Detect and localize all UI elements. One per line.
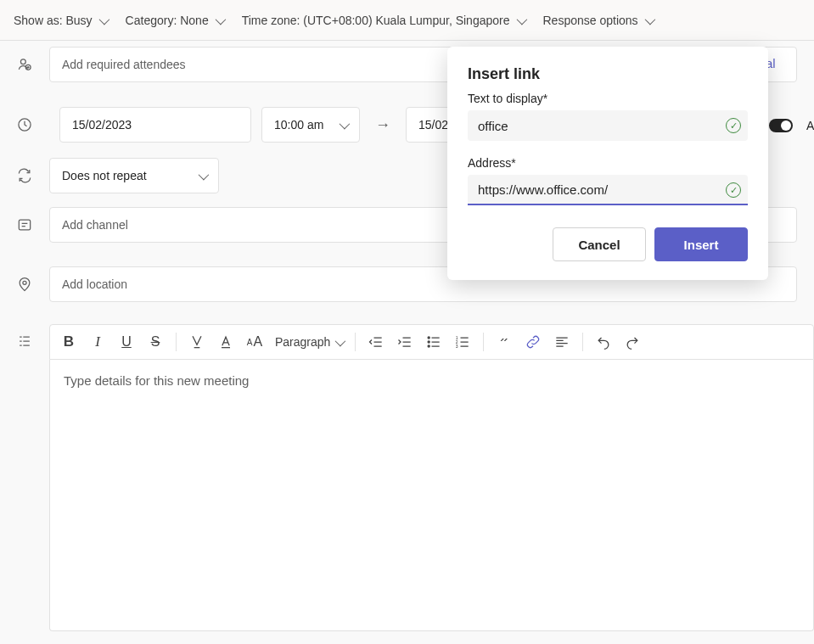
chevron-down-icon (645, 14, 653, 27)
show-as-dropdown[interactable]: Show as: Busy (14, 14, 107, 27)
undo-button[interactable] (590, 328, 617, 356)
editor-row: B I U S AA Paragraph (0, 324, 814, 631)
svg-point-7 (428, 345, 429, 347)
description-icon (16, 333, 33, 350)
all-day-toggle[interactable] (769, 119, 793, 132)
svg-rect-3 (19, 220, 30, 230)
editor-toolbar: B I U S AA Paragraph (49, 324, 814, 360)
meeting-details-editor[interactable]: Type details for this new meeting (49, 360, 814, 631)
attendees-placeholder: Add required attendees (62, 58, 186, 71)
paragraph-label: Paragraph (275, 335, 330, 349)
recurrence-value: Does not repeat (62, 169, 147, 182)
toolbar-separator (176, 333, 177, 351)
chevron-down-icon (517, 14, 525, 27)
timezone-dropdown[interactable]: Time zone: (UTC+08:00) Kuala Lumpur, Sin… (242, 14, 525, 27)
underline-button[interactable]: U (113, 328, 140, 356)
response-options-label: Response options (543, 14, 638, 27)
checkmark-icon: ✓ (726, 182, 741, 198)
svg-point-6 (428, 341, 429, 343)
channel-placeholder: Add channel (62, 218, 128, 232)
numbered-list-button[interactable]: 123 (449, 328, 476, 356)
chevron-down-icon (199, 169, 206, 182)
italic-button[interactable]: I (84, 328, 111, 356)
paragraph-style-dropdown[interactable]: Paragraph (270, 335, 348, 349)
svg-point-4 (23, 281, 26, 284)
chevron-down-icon (99, 14, 107, 27)
insert-label: Insert (684, 238, 719, 252)
text-to-display-label: Text to display* (468, 92, 748, 105)
toolbar-separator (483, 333, 484, 351)
chevron-down-icon (340, 118, 347, 132)
channel-icon (16, 216, 33, 233)
start-date-input[interactable]: 15/02/2023 (59, 107, 251, 143)
chevron-down-icon (216, 14, 223, 27)
category-dropdown[interactable]: Category: None (126, 14, 223, 27)
checkmark-icon: ✓ (726, 118, 741, 133)
recurrence-dropdown[interactable]: Does not repeat (49, 158, 219, 193)
toolbar-separator (582, 333, 583, 351)
clock-icon (16, 116, 33, 133)
toolbar-separator (355, 333, 356, 351)
svg-point-5 (428, 337, 429, 339)
editor-placeholder: Type details for this new meeting (64, 373, 249, 388)
text-to-display-input[interactable] (468, 110, 748, 141)
outdent-button[interactable] (362, 328, 390, 356)
person-add-icon (16, 56, 33, 73)
meeting-options-row: Show as: Busy Category: None Time zone: … (0, 0, 814, 41)
start-time-value: 10:00 am (274, 118, 323, 132)
category-label: Category: None (126, 14, 209, 27)
address-input[interactable] (468, 175, 748, 205)
indent-button[interactable] (391, 328, 418, 356)
highlight-button[interactable] (183, 328, 211, 356)
cancel-button[interactable]: Cancel (553, 227, 646, 261)
svg-text:3: 3 (456, 344, 458, 349)
location-placeholder: Add location (62, 277, 127, 291)
timezone-label: Time zone: (UTC+08:00) Kuala Lumpur, Sin… (242, 14, 510, 27)
bulleted-list-button[interactable] (420, 328, 447, 356)
popover-title: Insert link (468, 65, 748, 83)
insert-button[interactable]: Insert (654, 227, 748, 261)
address-label: Address* (468, 156, 748, 170)
cancel-label: Cancel (578, 238, 620, 252)
font-color-button[interactable] (212, 328, 239, 356)
svg-point-0 (20, 59, 25, 64)
all-day-label-fragment: A (806, 119, 814, 132)
font-size-button[interactable]: AA (241, 328, 268, 356)
repeat-icon (16, 167, 33, 184)
strikethrough-button[interactable]: S (142, 328, 169, 356)
chevron-down-icon (335, 335, 343, 349)
bold-button[interactable]: B (55, 328, 82, 356)
quote-button[interactable]: ״ (491, 328, 518, 356)
start-date-value: 15/02/2023 (72, 118, 132, 132)
align-button[interactable] (548, 328, 575, 356)
insert-link-popover: Insert link Text to display* ✓ Address* … (447, 47, 768, 280)
response-options-dropdown[interactable]: Response options (543, 14, 653, 27)
location-icon (16, 276, 33, 293)
arrow-right-icon: → (370, 116, 396, 134)
insert-link-button[interactable] (519, 328, 547, 356)
show-as-label: Show as: Busy (14, 14, 93, 27)
start-time-dropdown[interactable]: 10:00 am (261, 107, 360, 143)
redo-button[interactable] (619, 328, 646, 356)
